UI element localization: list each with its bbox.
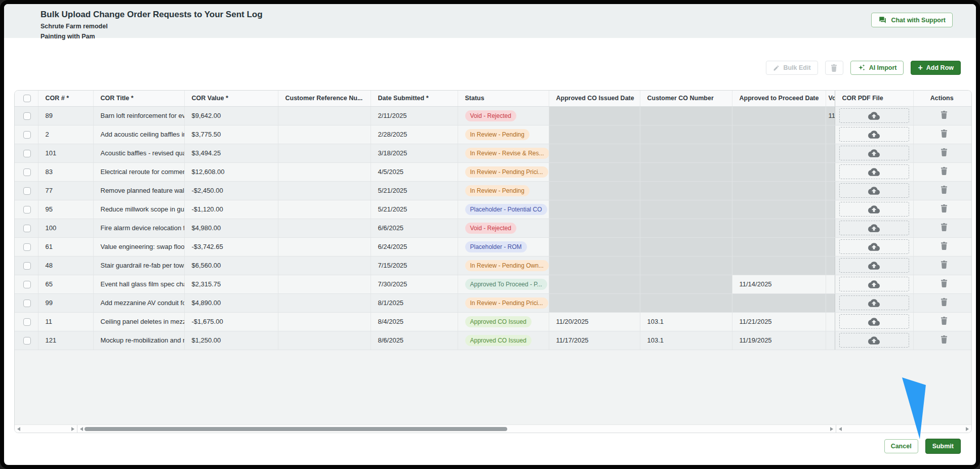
date-submitted-cell[interactable]: 4/5/2025	[371, 162, 458, 181]
delete-row-icon[interactable]	[941, 261, 948, 269]
customer-reference-cell[interactable]	[278, 181, 371, 200]
cor-value-cell[interactable]: $4,980.00	[184, 219, 278, 237]
cor-value-cell[interactable]: $4,890.00	[184, 293, 278, 312]
cor-number-cell[interactable]: 11	[38, 312, 93, 331]
delete-row-icon[interactable]	[941, 335, 948, 344]
horizontal-scrollbar[interactable]	[15, 424, 971, 433]
status-cell[interactable]: In Review - Revise & Res...	[458, 144, 549, 162]
delete-row-icon[interactable]	[941, 186, 948, 194]
cor-number-cell[interactable]: 2	[38, 125, 93, 144]
approved-to-proceed-date-cell[interactable]	[732, 144, 826, 162]
cor-title-cell[interactable]: Remove planned feature wall	[93, 181, 184, 200]
date-submitted-cell[interactable]: 3/18/2025	[371, 144, 458, 162]
scroll-left-arrow-icon[interactable]	[80, 427, 83, 431]
scrollbar-thumb[interactable]	[85, 427, 507, 431]
cor-number-cell[interactable]: 89	[38, 106, 93, 125]
approved-co-issued-date-cell[interactable]	[549, 275, 640, 293]
date-submitted-cell[interactable]: 8/6/2025	[371, 331, 458, 350]
customer-co-number-cell[interactable]	[640, 256, 732, 275]
approved-co-issued-date-cell[interactable]: 11/20/2025	[549, 312, 640, 331]
cor-title-cell[interactable]: Add acoustic ceiling baffles in	[93, 125, 184, 144]
customer-co-number-cell[interactable]: 103.1	[640, 312, 732, 331]
delete-row-icon[interactable]	[941, 148, 948, 156]
status-cell[interactable]: Placeholder - Potential CO	[458, 200, 549, 219]
delete-row-icon[interactable]	[941, 317, 948, 325]
status-cell[interactable]: Placeholder - ROM	[458, 237, 549, 256]
upload-dropzone[interactable]	[839, 258, 909, 273]
customer-reference-cell[interactable]	[278, 312, 371, 331]
upload-dropzone[interactable]	[839, 183, 909, 198]
upload-dropzone[interactable]	[839, 202, 909, 217]
customer-co-number-cell[interactable]	[640, 293, 732, 312]
row-checkbox[interactable]	[23, 168, 31, 176]
scrollbar-center-segment[interactable]	[77, 425, 836, 433]
approved-to-proceed-date-cell[interactable]	[732, 219, 826, 237]
cor-title-cell[interactable]: Fire alarm device relocation fo	[93, 219, 184, 237]
delete-row-icon[interactable]	[941, 242, 948, 250]
cor-title-cell[interactable]: Electrical reroute for commer	[93, 162, 184, 181]
approved-co-issued-date-cell[interactable]: 11/17/2025	[549, 331, 640, 350]
status-cell[interactable]: In Review - Pending Prici...	[458, 293, 549, 312]
cor-number-cell[interactable]: 48	[38, 256, 93, 275]
cor-value-cell[interactable]: -$1,675.00	[184, 312, 278, 331]
upload-dropzone[interactable]	[839, 314, 909, 329]
customer-reference-cell[interactable]	[278, 256, 371, 275]
approved-co-issued-date-cell[interactable]	[549, 200, 640, 219]
cor-number-cell[interactable]: 121	[38, 331, 93, 350]
status-cell[interactable]: In Review - Pending	[458, 125, 549, 144]
delete-row-icon[interactable]	[941, 204, 948, 212]
scroll-left-arrow-icon[interactable]	[17, 427, 20, 431]
customer-reference-cell[interactable]	[278, 275, 371, 293]
status-cell[interactable]: Void - Rejected	[458, 219, 549, 237]
select-all-checkbox[interactable]	[23, 95, 31, 102]
scroll-right-arrow-icon[interactable]	[830, 427, 833, 431]
upload-dropzone[interactable]	[839, 239, 909, 254]
approved-to-proceed-date-cell[interactable]	[732, 256, 826, 275]
submit-button[interactable]: Submit	[925, 439, 961, 454]
date-submitted-cell[interactable]: 7/15/2025	[371, 256, 458, 275]
row-checkbox[interactable]	[23, 337, 31, 345]
date-submitted-cell[interactable]: 7/30/2025	[371, 275, 458, 293]
upload-dropzone[interactable]	[839, 333, 909, 348]
row-checkbox[interactable]	[23, 112, 31, 120]
date-submitted-cell[interactable]: 2/11/2025	[371, 106, 458, 125]
approved-to-proceed-date-cell[interactable]	[732, 237, 826, 256]
cor-title-cell[interactable]: Ceiling panel deletes in mezza	[93, 312, 184, 331]
customer-reference-cell[interactable]	[278, 125, 371, 144]
cor-value-cell[interactable]: $12,608.00	[184, 162, 278, 181]
row-checkbox[interactable]	[23, 206, 31, 214]
status-cell[interactable]: In Review - Pending	[458, 181, 549, 200]
date-submitted-cell[interactable]: 5/21/2025	[371, 181, 458, 200]
customer-reference-cell[interactable]	[278, 162, 371, 181]
row-checkbox[interactable]	[23, 262, 31, 270]
row-checkbox[interactable]	[23, 281, 31, 288]
cor-value-cell[interactable]: -$1,120.00	[184, 200, 278, 219]
upload-dropzone[interactable]	[839, 164, 909, 179]
approved-co-issued-date-cell[interactable]	[549, 106, 640, 125]
delete-row-icon[interactable]	[941, 111, 948, 119]
upload-dropzone[interactable]	[839, 277, 909, 291]
upload-dropzone[interactable]	[839, 221, 909, 235]
customer-reference-cell[interactable]	[278, 331, 371, 350]
scroll-right-arrow-icon[interactable]	[71, 427, 74, 431]
status-cell[interactable]: Void - Rejected	[458, 106, 549, 125]
scroll-right-arrow-icon[interactable]	[966, 427, 969, 431]
approved-co-issued-date-cell[interactable]	[549, 219, 640, 237]
customer-reference-cell[interactable]	[278, 237, 371, 256]
cor-number-cell[interactable]: 99	[38, 293, 93, 312]
row-checkbox[interactable]	[23, 300, 31, 307]
ai-import-button[interactable]: AI Import	[850, 61, 904, 75]
status-cell[interactable]: In Review - Pending Own...	[458, 256, 549, 275]
scroll-left-arrow-icon[interactable]	[839, 427, 842, 431]
customer-co-number-cell[interactable]	[640, 125, 732, 144]
row-checkbox[interactable]	[23, 243, 31, 251]
cor-title-cell[interactable]: Acoustic baffles - revised qua	[93, 144, 184, 162]
customer-co-number-cell[interactable]	[640, 181, 732, 200]
cor-value-cell[interactable]: -$2,450.00	[184, 181, 278, 200]
approved-co-issued-date-cell[interactable]	[549, 125, 640, 144]
approved-co-issued-date-cell[interactable]	[549, 293, 640, 312]
row-checkbox[interactable]	[23, 131, 31, 139]
cor-title-cell[interactable]: Barn loft reinforcement for ev	[93, 106, 184, 125]
date-submitted-cell[interactable]: 2/28/2025	[371, 125, 458, 144]
customer-co-number-cell[interactable]	[640, 200, 732, 219]
